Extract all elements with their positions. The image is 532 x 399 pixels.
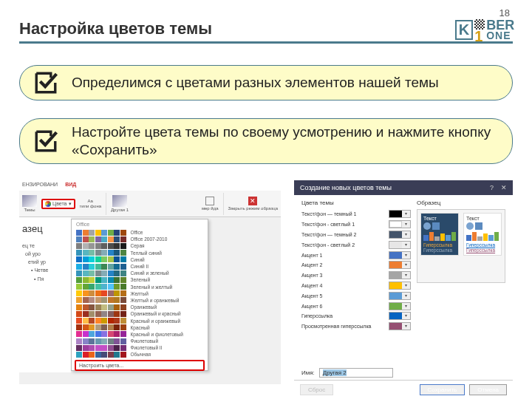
logo: K 1 BERONE bbox=[458, 18, 511, 41]
theme-option[interactable]: Серая bbox=[72, 242, 208, 249]
color-row: Текст/фон - светлый 1▾ bbox=[301, 219, 411, 230]
color-picker[interactable]: ▾ bbox=[389, 231, 411, 239]
color-row: Текст/фон — темный 2▾ bbox=[301, 230, 411, 240]
theme-option[interactable]: Синий и зеленый bbox=[72, 270, 208, 276]
screenshot-right: Создание новых цветов темы ?✕ Цвета темы… bbox=[294, 180, 513, 384]
ribbon-tabs: ЕНЗИРОВАНИ ВИД bbox=[19, 180, 281, 191]
page-number: 18 bbox=[499, 7, 510, 18]
color-row: Акцент 6▾ bbox=[301, 301, 411, 311]
theme-option[interactable]: Оранжевый bbox=[72, 304, 208, 310]
color-picker[interactable]: ▾ bbox=[389, 322, 411, 330]
check-icon bbox=[33, 70, 58, 95]
color-picker[interactable]: ▾ bbox=[389, 261, 411, 269]
color-picker[interactable]: ▾ bbox=[389, 271, 411, 279]
color-picker[interactable]: ▾ bbox=[389, 251, 411, 259]
theme-option[interactable]: Обычная bbox=[72, 351, 208, 358]
page-title: Настройка цветов темы bbox=[19, 19, 212, 38]
cancel-button[interactable]: Отмена bbox=[469, 384, 507, 395]
color-row: Акцент 4▾ bbox=[301, 281, 411, 291]
ribbon: Темы Цвета▾ Aaтили фона Другая 1 мер йда… bbox=[19, 191, 281, 217]
color-picker[interactable]: ▾ bbox=[389, 292, 411, 300]
slide-preview: азец ец теой уроетий ур• Четве• Пя bbox=[19, 217, 71, 372]
screenshot-left: ЕНЗИРОВАНИ ВИД Темы Цвета▾ Aaтили фона Д… bbox=[19, 180, 281, 384]
color-picker[interactable]: ▾ bbox=[389, 210, 411, 218]
dialog-titlebar: Создание новых цветов темы ?✕ bbox=[294, 180, 513, 195]
color-list: Цвета темы Текст/фон — темный 1▾Текст/фо… bbox=[301, 200, 411, 361]
dropdown-header: Office bbox=[72, 219, 208, 229]
preview-box: Текст ГиперссылкаГиперссылка Текст Гипер… bbox=[417, 209, 505, 283]
preview-card-light: Текст ГиперссылкаГиперссылка bbox=[463, 213, 502, 256]
ribbon-tab[interactable]: ВИД bbox=[65, 182, 76, 189]
color-row: Текст/фон - светлый 2▾ bbox=[301, 239, 411, 250]
title-underline bbox=[19, 41, 513, 44]
ribbon-close[interactable]: ✕Закрыть режим образца bbox=[228, 197, 278, 211]
ribbon-themes[interactable]: Темы bbox=[22, 195, 37, 212]
callout-text-2: Настройте цвета темы по своему усмотрени… bbox=[72, 123, 499, 159]
theme-option[interactable]: Оранжевый и красный bbox=[72, 310, 208, 317]
callout-1: Определимся с цветами разных элементов н… bbox=[19, 65, 513, 100]
ribbon-size[interactable]: мер йда bbox=[202, 197, 219, 211]
save-button[interactable]: Сохранить bbox=[420, 384, 466, 395]
name-label: Имя: bbox=[301, 369, 315, 376]
color-picker[interactable]: ▾ bbox=[389, 241, 411, 249]
ribbon-tab[interactable]: ЕНЗИРОВАНИ bbox=[22, 182, 58, 189]
dialog-title: Создание новых цветов темы bbox=[300, 184, 392, 191]
theme-option[interactable]: Желтый и оранжевый bbox=[72, 297, 208, 304]
theme-option[interactable]: Office 2007-2010 bbox=[72, 236, 208, 242]
theme-option[interactable]: Красный bbox=[72, 324, 208, 331]
color-picker[interactable]: ▾ bbox=[389, 220, 411, 228]
color-row: Акцент 5▾ bbox=[301, 290, 411, 301]
theme-option[interactable]: Фиолетовый II bbox=[72, 344, 208, 351]
customize-colors[interactable]: Настроить цвета... bbox=[75, 360, 205, 371]
color-picker[interactable]: ▾ bbox=[389, 282, 411, 290]
theme-option[interactable]: Синий bbox=[72, 256, 208, 263]
theme-option[interactable]: Желтый bbox=[72, 290, 208, 297]
section-label-colors: Цвета темы bbox=[301, 200, 411, 206]
color-row: Гиперссылка▾ bbox=[301, 311, 411, 321]
theme-option[interactable]: Зеленый bbox=[72, 276, 208, 283]
colors-dropdown: Office OfficeOffice 2007-2010СераяТеплый… bbox=[71, 219, 208, 371]
theme-option[interactable]: Office bbox=[72, 229, 208, 236]
reset-button[interactable]: Сброс bbox=[300, 384, 333, 395]
check-icon bbox=[33, 129, 58, 154]
preview-card-dark: Текст ГиперссылкаГиперссылка bbox=[420, 213, 459, 256]
colors-button[interactable]: Цвета▾ bbox=[41, 199, 75, 209]
ribbon-styles[interactable]: Aaтили фона bbox=[80, 199, 102, 208]
theme-option[interactable]: Синий II bbox=[72, 263, 208, 270]
color-picker[interactable]: ▾ bbox=[389, 302, 411, 310]
section-label-preview: Образец bbox=[417, 200, 505, 206]
name-input[interactable]: Другая 2 bbox=[319, 368, 393, 378]
color-row: Акцент 2▾ bbox=[301, 260, 411, 270]
theme-option[interactable]: Красный и оранжевый bbox=[72, 317, 208, 324]
callout-2: Настройте цвета темы по своему усмотрени… bbox=[19, 118, 513, 164]
name-row: Имя: Другая 2 bbox=[294, 365, 513, 380]
theme-option[interactable]: Теплый синий bbox=[72, 250, 208, 256]
theme-option[interactable]: Красный и фиолетовый bbox=[72, 331, 208, 338]
ribbon-other[interactable]: Другая 1 bbox=[111, 195, 129, 212]
color-row: Акцент 3▾ bbox=[301, 270, 411, 281]
help-icon[interactable]: ? bbox=[490, 184, 494, 191]
theme-option[interactable]: Зеленый и желтый bbox=[72, 284, 208, 290]
color-row: Просмотренная гиперссылка▾ bbox=[301, 321, 411, 332]
color-row: Акцент 1▾ bbox=[301, 250, 411, 260]
color-picker[interactable]: ▾ bbox=[389, 312, 411, 320]
close-icon[interactable]: ✕ bbox=[501, 184, 507, 191]
color-row: Текст/фон — темный 1▾ bbox=[301, 209, 411, 219]
callout-text-1: Определимся с цветами разных элементов н… bbox=[72, 74, 439, 92]
theme-option[interactable]: Фиолетовый bbox=[72, 338, 208, 344]
